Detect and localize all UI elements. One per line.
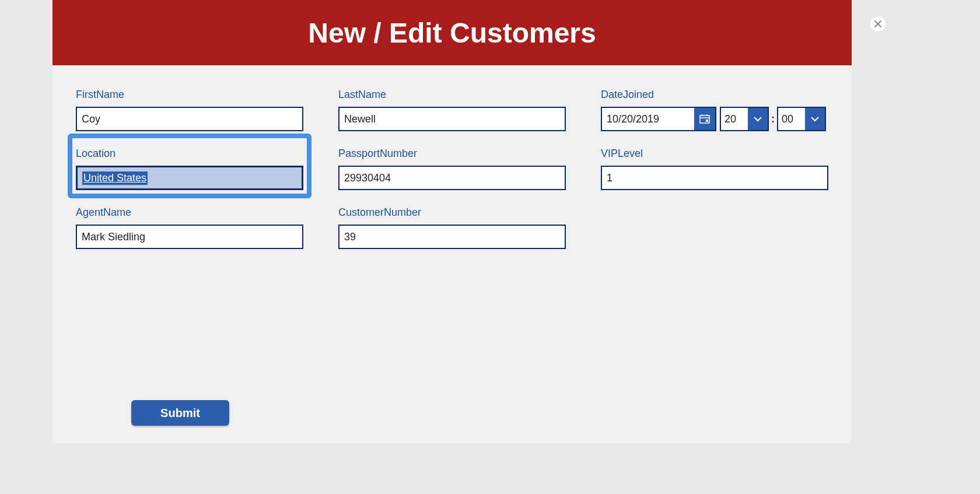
hour-dropdown[interactable]: 20	[720, 107, 769, 131]
svg-rect-4	[706, 120, 708, 122]
agentname-label: AgentName	[76, 206, 303, 219]
date-input-wrap[interactable]	[601, 107, 716, 131]
datejoined-label: DateJoined	[601, 89, 828, 101]
firstname-input[interactable]	[76, 107, 303, 131]
datejoined-row: 20 : 00	[601, 107, 828, 131]
form-body: FirstName LastName DateJoined	[52, 65, 852, 267]
passportnumber-field-group: PassportNumber	[338, 148, 566, 190]
close-button[interactable]	[870, 16, 886, 31]
viplevel-field-group: VIPLevel	[601, 148, 828, 190]
minute-dropdown[interactable]: 00	[777, 107, 826, 131]
chevron-down-icon[interactable]	[748, 108, 768, 130]
calendar-icon[interactable]	[694, 108, 715, 130]
close-icon	[874, 19, 881, 29]
datejoined-field-group: DateJoined	[601, 89, 828, 131]
page-title: New / Edit Customers	[308, 17, 596, 49]
lastname-label: LastName	[338, 89, 566, 101]
page-container: New / Edit Customers FirstName LastName …	[0, 0, 980, 494]
agentname-field-group: AgentName	[76, 206, 303, 249]
agentname-input[interactable]	[76, 225, 303, 249]
viplevel-input[interactable]	[601, 166, 828, 190]
location-value-selected: United States	[82, 171, 148, 185]
location-field-group: Location United States	[76, 148, 303, 190]
hour-value: 20	[721, 108, 748, 130]
chevron-down-icon[interactable]	[805, 108, 825, 130]
form-panel: New / Edit Customers FirstName LastName …	[52, 0, 852, 443]
customernumber-field-group: CustomerNumber	[338, 206, 566, 249]
passportnumber-input[interactable]	[338, 166, 566, 190]
header-bar: New / Edit Customers	[52, 0, 852, 65]
location-input[interactable]: United States	[76, 166, 303, 190]
time-separator: :	[771, 113, 775, 125]
lastname-input[interactable]	[338, 107, 566, 131]
submit-button[interactable]: Submit	[131, 400, 229, 426]
passportnumber-label: PassportNumber	[338, 148, 566, 160]
firstname-label: FirstName	[76, 89, 303, 101]
customernumber-label: CustomerNumber	[338, 206, 566, 219]
customernumber-input[interactable]	[338, 225, 566, 249]
viplevel-label: VIPLevel	[601, 148, 828, 160]
lastname-field-group: LastName	[338, 89, 566, 131]
firstname-field-group: FirstName	[76, 89, 303, 131]
svg-rect-0	[700, 115, 709, 123]
minute-value: 00	[778, 108, 805, 130]
date-input[interactable]	[602, 108, 694, 130]
location-label: Location	[76, 148, 303, 160]
